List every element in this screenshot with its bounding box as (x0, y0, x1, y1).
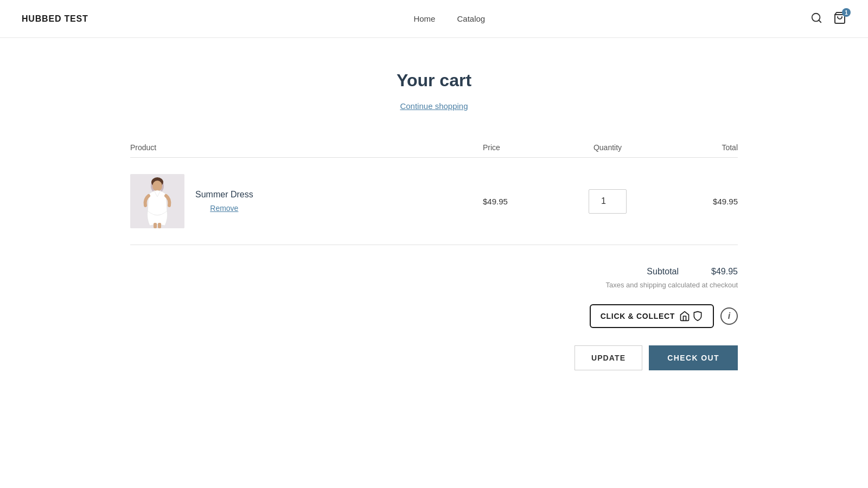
subtotal-row: Subtotal $49.95 (647, 267, 738, 277)
actions-row: UPDATE CHECK OUT (575, 345, 738, 370)
main-content: Your cart Continue shopping Product Pric… (108, 38, 760, 403)
site-logo[interactable]: HUBBED TEST (22, 14, 88, 24)
checkout-button[interactable]: CHECK OUT (649, 345, 738, 370)
cart-summary: Subtotal $49.95 Taxes and shipping calcu… (130, 267, 738, 370)
cart-table-header: Product Price Quantity Total (130, 138, 738, 158)
header-icons: 1 (810, 11, 846, 26)
col-header-price: Price (477, 143, 559, 152)
cart-badge: 1 (842, 8, 851, 17)
quantity-cell (559, 189, 656, 214)
info-icon[interactable]: i (720, 307, 738, 325)
main-nav: Home Catalog (413, 14, 485, 23)
tax-note: Taxes and shipping calculated at checkou… (605, 281, 738, 289)
product-name: Summer Dress (195, 190, 253, 200)
quantity-input[interactable] (589, 189, 627, 214)
continue-shopping-anchor[interactable]: Continue shopping (400, 101, 468, 111)
cart-icon[interactable]: 1 (833, 11, 846, 26)
col-header-quantity: Quantity (559, 143, 656, 152)
continue-shopping-link[interactable]: Continue shopping (130, 101, 738, 111)
nav-catalog[interactable]: Catalog (457, 14, 485, 23)
product-image (130, 174, 184, 228)
svg-rect-8 (158, 223, 161, 228)
header: HUBBED TEST Home Catalog 1 (0, 0, 868, 38)
subtotal-value: $49.95 (711, 267, 738, 277)
price-cell: $49.95 (477, 197, 559, 206)
click-collect-label: CLICK & COLLECT (601, 312, 675, 320)
cart-item: Summer Dress Remove $49.95 $49.95 (130, 158, 738, 245)
click-collect-row: CLICK & COLLECT i (590, 304, 738, 328)
product-info: Summer Dress Remove (195, 190, 253, 213)
update-button[interactable]: UPDATE (575, 345, 642, 370)
search-icon[interactable] (810, 12, 822, 25)
svg-line-1 (819, 20, 821, 22)
col-header-total: Total (656, 143, 738, 152)
product-cell: Summer Dress Remove (130, 174, 477, 228)
click-collect-button[interactable]: CLICK & COLLECT (590, 304, 714, 328)
subtotal-label: Subtotal (647, 267, 679, 277)
total-cell: $49.95 (656, 197, 738, 206)
svg-rect-7 (154, 223, 157, 228)
svg-point-6 (152, 181, 162, 191)
nav-home[interactable]: Home (413, 14, 435, 23)
remove-button[interactable]: Remove (195, 204, 253, 213)
page-title: Your cart (130, 70, 738, 91)
click-collect-icons (679, 311, 703, 322)
col-header-product: Product (130, 143, 477, 152)
